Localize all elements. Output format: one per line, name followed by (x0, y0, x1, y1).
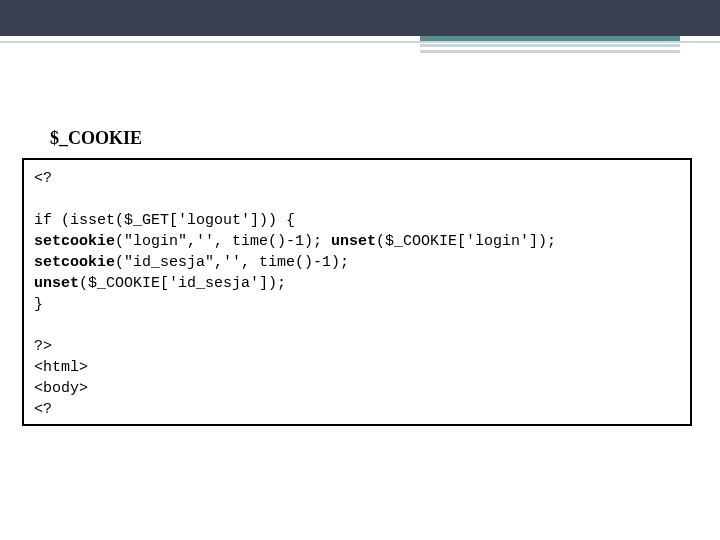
slide-top-bar (0, 0, 720, 36)
slide-accent-lines (420, 36, 680, 56)
code-keyword: unset (331, 233, 376, 250)
slide-heading: $_COOKIE (50, 128, 142, 149)
code-line: } (34, 296, 43, 313)
code-line: <? (34, 170, 52, 187)
code-line: <body> (34, 380, 88, 397)
code-line: ?> (34, 338, 52, 355)
code-text: ("login",'', time()-1); (115, 233, 331, 250)
code-text: ($_COOKIE['login']); (376, 233, 556, 250)
code-line: if (isset($_GET['logout'])) { (34, 212, 295, 229)
code-keyword: unset (34, 275, 79, 292)
code-keyword: setcookie (34, 233, 115, 250)
code-keyword: setcookie (34, 254, 115, 271)
code-block: <? if (isset($_GET['logout'])) { setcook… (22, 158, 692, 426)
code-line: <html> (34, 359, 88, 376)
code-line: <? (34, 401, 52, 418)
code-text: ("id_sesja",'', time()-1); (115, 254, 349, 271)
code-text: ($_COOKIE['id_sesja']); (79, 275, 286, 292)
